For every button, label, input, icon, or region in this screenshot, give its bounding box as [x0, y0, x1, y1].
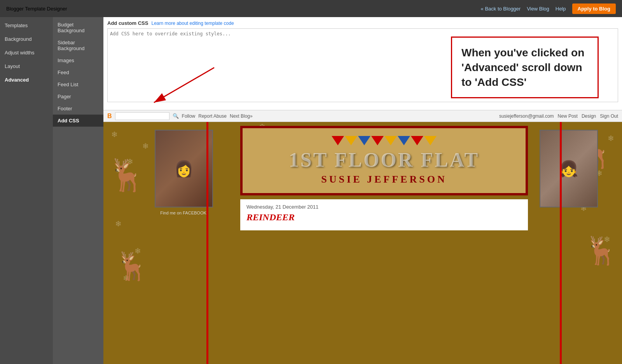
- blogger-bar: B 🔍 Follow Report Abuse Next Blog» susie…: [103, 110, 622, 122]
- sidebar-item-templates[interactable]: Templates: [0, 19, 53, 32]
- blog-center-col: 1st Floor Flat SUSIE JEFFERSON Wednesday…: [236, 122, 532, 364]
- blog-title-text: 1st Floor Flat: [250, 148, 518, 171]
- sidebar-item-adjust-widths[interactable]: Adjust widths: [0, 46, 53, 59]
- blogger-bar-left: B 🔍 Follow Report Abuse Next Blog»: [107, 112, 253, 120]
- sidebar-photo-right: 👧: [540, 130, 598, 207]
- help-link[interactable]: Help: [556, 6, 566, 12]
- second-sidebar-feed-list[interactable]: Feed List: [53, 78, 103, 91]
- second-sidebar-sidebar-bg[interactable]: Sidebar Background: [53, 37, 103, 54]
- main-layout: Templates Background Adjust widths Layou…: [0, 17, 622, 364]
- back-to-blogger-link[interactable]: « Back to Blogger: [481, 6, 521, 12]
- red-border-left: [206, 122, 208, 364]
- annotation-text: When you've clicked on 'Advanced' scroll…: [461, 47, 584, 88]
- sidebar-photo-left: 👩: [155, 130, 213, 207]
- blog-right-col: 👧: [532, 122, 594, 364]
- blog-preview: B 🔍 Follow Report Abuse Next Blog» susie…: [103, 110, 622, 364]
- post-date: Wednesday, 21 December 2011: [246, 204, 522, 210]
- apply-to-blog-button[interactable]: Apply to Blog: [572, 3, 616, 14]
- second-sidebar: Budget Background Sidebar Background Ima…: [53, 17, 103, 364]
- blog-subtitle-text: SUSIE JEFFERSON: [250, 174, 518, 185]
- blogger-email: susiejefferson@gmail.com: [499, 113, 554, 119]
- view-blog-link[interactable]: View Blog: [527, 6, 549, 12]
- blogger-next-link[interactable]: Next Blog»: [230, 113, 253, 119]
- blog-content-wrapper: 👩 Find me on FACEBOOK!: [103, 122, 622, 364]
- css-learn-link[interactable]: Learn more about editing template code: [151, 21, 234, 26]
- left-sidebar: Templates Background Adjust widths Layou…: [0, 17, 53, 364]
- second-sidebar-add-css[interactable]: Add CSS: [53, 115, 103, 127]
- red-border-right: [560, 122, 562, 364]
- blogger-bar-right: susiejefferson@gmail.com New Post Design…: [499, 113, 618, 119]
- content-area: Add custom CSS Learn more about editing …: [103, 17, 622, 364]
- top-bar-right: « Back to Blogger View Blog Help Apply t…: [481, 3, 616, 14]
- blogger-sign-out[interactable]: Sign Out: [600, 113, 618, 119]
- second-sidebar-footer[interactable]: Footer: [53, 103, 103, 115]
- post-title: REINDEER: [246, 212, 522, 223]
- blogger-design[interactable]: Design: [582, 113, 596, 119]
- blogger-report-link[interactable]: Report Abuse: [198, 113, 227, 119]
- second-sidebar-budget-bg[interactable]: Budget Background: [53, 19, 103, 37]
- blogger-search-input[interactable]: [115, 112, 169, 120]
- blog-left-col: 👩 Find me on FACEBOOK!: [131, 122, 236, 364]
- blogger-follow-link[interactable]: Follow: [182, 113, 196, 119]
- bunting: [250, 136, 518, 145]
- top-bar: Blogger Template Designer « Back to Blog…: [0, 0, 622, 17]
- sidebar-photo-label: Find me on FACEBOOK!: [139, 211, 229, 215]
- blogger-search-icon[interactable]: 🔍: [173, 113, 179, 119]
- blog-post-area: Wednesday, 21 December 2011 REINDEER: [240, 199, 528, 230]
- sidebar-item-layout[interactable]: Layout: [0, 59, 53, 73]
- second-sidebar-images[interactable]: Images: [53, 54, 103, 66]
- app-title: Blogger Template Designer: [6, 6, 67, 12]
- annotation-box: When you've clicked on 'Advanced' scroll…: [451, 37, 599, 98]
- blogger-new-post[interactable]: New Post: [558, 113, 578, 119]
- blogger-logo-icon: B: [107, 113, 112, 120]
- second-sidebar-feed[interactable]: Feed: [53, 66, 103, 78]
- css-editor-header: Add custom CSS Learn more about editing …: [107, 20, 618, 26]
- sidebar-item-advanced[interactable]: Advanced: [0, 73, 53, 87]
- css-editor-label: Add custom CSS: [107, 20, 148, 26]
- blog-header: 1st Floor Flat SUSIE JEFFERSON: [240, 126, 528, 195]
- sidebar-item-background[interactable]: Background: [0, 32, 53, 46]
- second-sidebar-pager[interactable]: Pager: [53, 91, 103, 103]
